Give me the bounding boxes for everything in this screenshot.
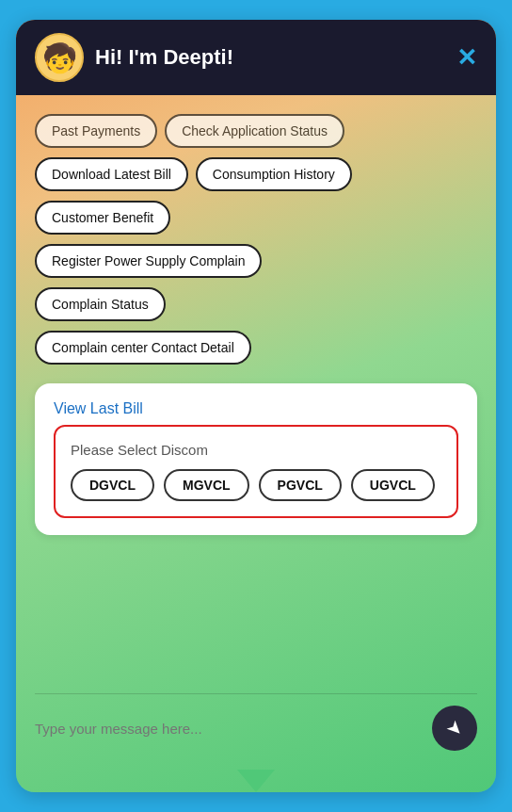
header-title: Hi! I'm Deepti! (95, 45, 233, 70)
quick-reply-complain-center-contact-detail[interactable]: Complain center Contact Detail (35, 331, 251, 365)
quick-reply-row-1: Download Latest Bill Consumption History (35, 157, 477, 191)
quick-reply-row-2: Customer Benefit (35, 201, 477, 235)
chat-triangle (237, 770, 275, 792)
discom-options: DGVCL MGVCL PGVCL UGVCL (71, 469, 441, 501)
discom-mgvcl[interactable]: MGVCL (164, 469, 249, 501)
quick-reply-download-latest-bill[interactable]: Download Latest Bill (35, 157, 188, 191)
chat-input[interactable] (35, 721, 423, 737)
discom-pgvcl[interactable]: PGVCL (259, 469, 342, 501)
quick-reply-row-4: Complain Status (35, 287, 477, 321)
quick-reply-consumption-history[interactable]: Consumption History (196, 157, 352, 191)
send-icon: ➤ (441, 715, 469, 742)
quick-reply-complain-status[interactable]: Complain Status (35, 287, 166, 321)
discom-ugvcl[interactable]: UGVCL (351, 469, 435, 501)
quick-reply-row-5: Complain center Contact Detail (35, 331, 477, 365)
avatar-emoji: 🧒 (42, 41, 77, 74)
quick-reply-check-application-status[interactable]: Check Application Status (165, 114, 344, 148)
chat-footer: ➤ (16, 682, 496, 770)
quick-reply-customer-benefit[interactable]: Customer Benefit (35, 201, 170, 235)
discom-label: Please Select Discom (71, 442, 441, 458)
quick-reply-register-power-supply-complain[interactable]: Register Power Supply Complain (35, 244, 262, 278)
message-bubble: View Last Bill Please Select Discom DGVC… (35, 383, 477, 535)
chat-container: 🧒 Hi! I'm Deepti! ✕ Past Payments Check … (16, 20, 496, 792)
view-last-bill-link[interactable]: View Last Bill (54, 400, 143, 416)
partial-quick-reply-row: Past Payments Check Application Status (35, 114, 477, 148)
chat-header: 🧒 Hi! I'm Deepti! ✕ (16, 20, 496, 95)
footer-divider (35, 693, 477, 694)
chat-body: Past Payments Check Application Status D… (16, 95, 496, 682)
header-left: 🧒 Hi! I'm Deepti! (35, 33, 233, 82)
quick-reply-row-3: Register Power Supply Complain (35, 244, 477, 278)
close-button[interactable]: ✕ (456, 45, 477, 70)
quick-reply-past-payments[interactable]: Past Payments (35, 114, 157, 148)
discom-dgvcl[interactable]: DGVCL (71, 469, 154, 501)
discom-selector-box: Please Select Discom DGVCL MGVCL PGVCL U… (54, 425, 458, 518)
avatar: 🧒 (35, 33, 84, 82)
send-button[interactable]: ➤ (432, 706, 477, 751)
input-row: ➤ (35, 706, 477, 751)
